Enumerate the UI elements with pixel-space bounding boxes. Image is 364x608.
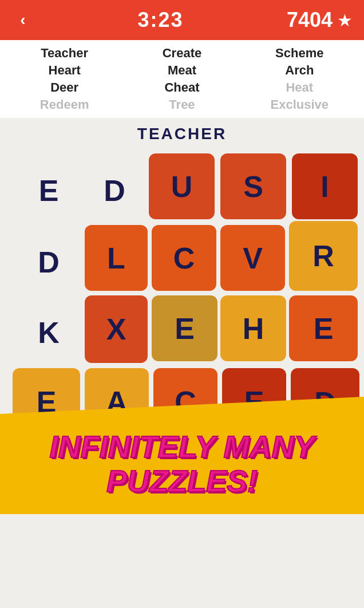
current-word-display: TEACHER xyxy=(0,118,364,148)
word-item: Arch xyxy=(242,63,357,78)
word-item: Cheat xyxy=(125,80,239,95)
letter-tile[interactable]: U xyxy=(149,153,215,219)
star-icon: ★ xyxy=(337,10,353,30)
words-list: TeacherCreateSchemeHeartMeatArchDeerChea… xyxy=(0,40,364,118)
words-row: TeacherCreateScheme xyxy=(6,45,358,62)
letter-tile[interactable]: D xyxy=(83,159,146,222)
words-row: HeartMeatArch xyxy=(6,62,358,79)
letter-tile[interactable]: E xyxy=(152,295,217,361)
word-item: Heat xyxy=(242,80,357,95)
word-item: Heart xyxy=(7,63,122,78)
back-button[interactable]: ‹ xyxy=(11,11,34,29)
timer-display: 3:23 xyxy=(137,8,183,32)
word-item: Meat xyxy=(125,63,239,78)
words-row: DeerCheatHeat xyxy=(6,79,358,96)
letter-tile[interactable]: E xyxy=(289,295,358,361)
word-item: Tree xyxy=(125,97,239,112)
app-header: ‹ 3:23 7404 ★ xyxy=(0,0,364,40)
letter-tile[interactable]: I xyxy=(292,153,358,219)
word-item: Teacher xyxy=(7,46,122,61)
letter-tile[interactable]: C xyxy=(152,225,216,291)
score-display: 7404 xyxy=(287,8,333,32)
letter-tile[interactable]: X xyxy=(85,295,148,363)
letter-tile[interactable]: S xyxy=(220,153,286,219)
word-item: Redeem xyxy=(7,97,122,112)
words-row: RedeemTreeExclusive xyxy=(6,96,358,113)
letter-tile[interactable]: E xyxy=(17,159,80,222)
promo-text: INFINITELY MANYPUZZLES! xyxy=(38,430,326,498)
letter-tile[interactable]: V xyxy=(220,225,285,291)
score-area: 7404 ★ xyxy=(287,8,353,32)
letter-tile[interactable]: L xyxy=(85,225,148,291)
letter-tile[interactable]: R xyxy=(289,221,358,291)
letter-tile[interactable]: K xyxy=(17,299,80,365)
letter-tile[interactable]: D xyxy=(17,231,80,294)
word-item: Scheme xyxy=(242,46,357,61)
word-item: Create xyxy=(125,46,239,61)
letter-tile[interactable]: H xyxy=(220,295,286,361)
game-grid[interactable]: EDUSIDLCVRKXEHEEACEDTREMY INFINITELY MAN… xyxy=(0,148,364,514)
word-item: Deer xyxy=(7,80,122,95)
promo-banner: INFINITELY MANYPUZZLES! xyxy=(0,414,364,514)
word-item: Exclusive xyxy=(242,97,357,112)
